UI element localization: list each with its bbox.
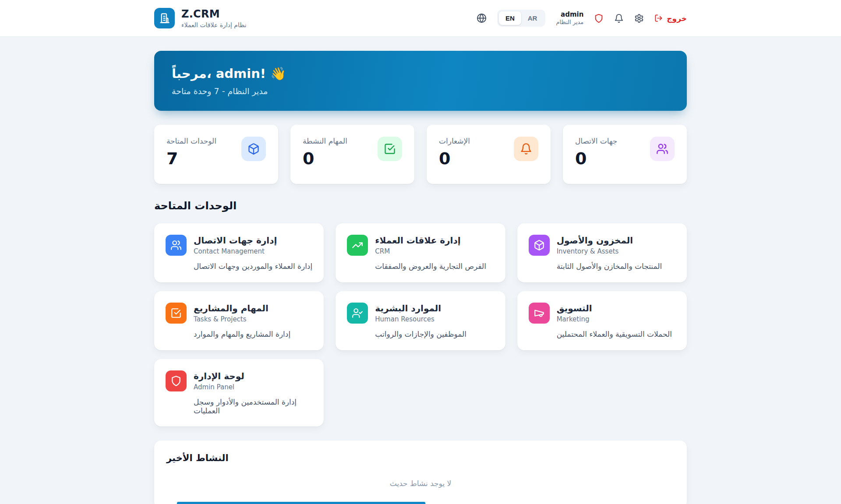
stat-card-tasks: المهام النشطة 0 [290,125,414,184]
module-card-inventory[interactable]: المخزون والأصول Inventory & Assets المنت… [517,223,687,282]
module-card-hr[interactable]: الموارد البشرية Human Resources الموظفين… [336,291,505,350]
gear-icon [634,14,644,23]
bell-icon [520,143,532,155]
stat-value: 0 [439,149,470,168]
user-name: admin [556,11,583,19]
module-title: المهام والمشاريع [194,303,269,314]
stat-label: المهام النشطة [303,137,347,145]
module-description: الحملات التسويقية والعملاء المحتملين [557,330,675,338]
check-square-icon [170,307,182,319]
module-subtitle: CRM [375,247,460,255]
welcome-banner: مرحباً، admin! 👋 مدير النظام - 7 وحدة مت… [154,51,687,111]
bottom-cutoff-bar [177,502,425,504]
users-icon [170,240,182,251]
modules-section-title: الوحدات المتاحة [154,200,687,212]
globe-icon [477,13,487,23]
check-square-icon [384,143,396,155]
module-subtitle: Admin Panel [194,383,244,391]
lang-option-ar[interactable]: AR [521,11,544,25]
user-check-icon [352,307,363,319]
module-icon-box-2 [529,235,550,256]
module-title: إدارة جهات الاتصال [194,235,277,246]
app-tagline: نظام إدارة علاقات العملاء [181,21,247,28]
module-title: لوحة الإدارة [194,371,244,381]
brand-logo [154,8,175,28]
brand: Z.CRM نظام إدارة علاقات العملاء [154,8,247,28]
stat-card-contacts: جهات الاتصال 0 [563,125,687,184]
module-card-marketing[interactable]: التسويق Marketing الحملات التسويقية والع… [517,291,687,350]
stat-icon-box-1 [378,137,402,161]
module-subtitle: Contact Management [194,247,277,255]
module-title: المخزون والأصول [557,235,633,246]
module-icon-box-0 [166,235,187,256]
language-toggle: EN AR [497,10,546,27]
stats-row: الوحدات المتاحة 7 المهام النشطة [154,125,687,184]
stat-value: 7 [166,149,216,168]
logout-icon [654,14,663,22]
building-icon [159,12,170,24]
user-role: مدير النظام [556,19,583,26]
module-card-tasks[interactable]: المهام والمشاريع Tasks & Projects إدارة … [154,291,324,350]
module-description: إدارة المستخدمين والأدوار وسجل العمليات [194,398,312,415]
module-description: إدارة العملاء والموردين وجهات الاتصال [194,262,312,271]
module-card-contacts[interactable]: إدارة جهات الاتصال Contact Management إد… [154,223,324,282]
shield-icon [170,375,182,387]
logout-label: خروج [667,14,687,23]
package-icon [247,143,260,155]
module-title: إدارة علاقات العملاء [375,235,460,246]
trending-up-icon [352,240,363,251]
logout-button[interactable]: خروج [654,14,687,23]
app-header: Z.CRM نظام إدارة علاقات العملاء EN AR ad… [0,0,841,37]
users-icon [656,143,668,155]
settings-button[interactable] [634,14,644,23]
stat-label: جهات الاتصال [575,137,617,145]
stat-label: الإشعارات [439,137,470,145]
module-icon-box-1 [347,235,368,256]
stat-value: 0 [575,149,617,168]
module-icon-box-3 [166,303,187,324]
module-description: المنتجات والمخازن والأصول الثابتة [557,262,675,271]
notifications-button[interactable] [614,14,624,23]
module-description: الموظفين والإجازات والرواتب [375,330,494,338]
bell-icon [614,14,624,23]
module-card-crm[interactable]: إدارة علاقات العملاء CRM الفرص التجارية … [336,223,505,282]
recent-activity-empty-message: لا يوجد نشاط حديث [166,463,675,491]
module-description: الفرص التجارية والعروض والصفقات [375,262,494,271]
stat-card-modules: الوحدات المتاحة 7 [154,125,278,184]
module-description: إدارة المشاريع والمهام والموارد [194,330,312,338]
app-title: Z.CRM [181,8,247,20]
welcome-title: مرحباً، admin! 👋 [172,66,669,81]
module-icon-box-6 [166,370,187,391]
dashboard-page: Z.CRM نظام إدارة علاقات العملاء EN AR ad… [0,0,841,504]
module-icon-box-4 [347,303,368,324]
stat-icon-box-3 [650,137,675,161]
module-subtitle: Inventory & Assets [557,247,633,255]
module-title: الموارد البشرية [375,303,441,314]
stat-card-notifications: الإشعارات 0 [427,125,551,184]
user-block: admin مدير النظام [556,11,583,26]
welcome-subtitle: مدير النظام - 7 وحدة متاحة [172,86,669,96]
megaphone-icon [534,307,545,319]
recent-activity-title: النشاط الأخير [166,453,675,463]
header-actions: EN AR admin مدير النظام [477,10,687,27]
module-subtitle: Tasks & Projects [194,315,269,323]
modules-grid: إدارة جهات الاتصال Contact Management إد… [154,223,687,426]
stat-icon-box-0 [241,137,266,161]
stat-value: 0 [303,149,347,168]
shield-icon [594,14,604,23]
package-icon [534,240,545,251]
module-subtitle: Marketing [557,315,592,323]
stat-label: الوحدات المتاحة [166,137,216,145]
stat-icon-box-2 [514,137,538,161]
lang-option-en[interactable]: EN [499,11,521,25]
module-title: التسويق [557,303,592,314]
module-card-admin[interactable]: لوحة الإدارة Admin Panel إدارة المستخدمي… [154,359,324,426]
module-icon-box-5 [529,303,550,324]
module-subtitle: Human Resources [375,315,441,323]
recent-activity-card: النشاط الأخير لا يوجد نشاط حديث [154,441,687,504]
shield-button[interactable] [594,14,604,23]
